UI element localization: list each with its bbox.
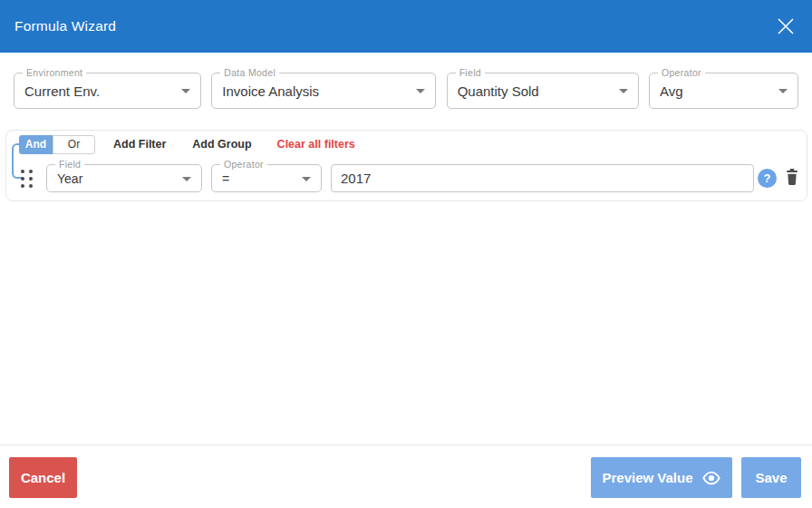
clear-all-filters-button[interactable]: Clear all filters <box>277 138 355 151</box>
trash-icon[interactable] <box>784 168 800 188</box>
chevron-down-icon <box>302 177 311 181</box>
operator-label: Operator <box>658 67 705 78</box>
save-button[interactable]: Save <box>741 457 801 498</box>
help-icon[interactable]: ? <box>758 169 777 188</box>
environment-label: Environment <box>23 67 86 78</box>
dialog-title: Formula Wizard <box>14 18 116 34</box>
field-select[interactable]: Field Quantity Sold <box>447 73 639 109</box>
chevron-down-icon <box>619 89 628 93</box>
chevron-down-icon <box>182 177 191 181</box>
trash-glyph <box>785 168 799 186</box>
preview-value-label: Preview Value <box>602 470 692 485</box>
filter-operator-label: Operator <box>220 159 267 170</box>
filter-builder: And Or Add Filter Add Group Clear all fi… <box>5 130 807 201</box>
formula-wizard-dialog: Formula Wizard Environment Current Env. … <box>0 0 812 508</box>
chevron-down-icon <box>416 89 425 93</box>
filter-field-value: Year <box>47 171 82 186</box>
cancel-button[interactable]: Cancel <box>9 457 77 498</box>
eye-icon <box>701 471 721 485</box>
filter-operator-select[interactable]: Operator = <box>211 164 322 192</box>
close-icon[interactable] <box>772 13 799 40</box>
field-label: Field <box>456 67 485 78</box>
filter-field-select[interactable]: Field Year <box>46 164 202 192</box>
filter-value-input[interactable] <box>331 164 754 192</box>
drag-handle-icon[interactable] <box>21 170 35 190</box>
operator-select[interactable]: Operator Avg <box>649 73 798 109</box>
chevron-down-icon <box>181 89 190 93</box>
logic-or-button[interactable]: Or <box>53 135 95 154</box>
add-filter-button[interactable]: Add Filter <box>113 138 166 151</box>
filter-operator-value: = <box>212 171 229 186</box>
add-group-button[interactable]: Add Group <box>192 138 251 151</box>
close-x-glyph <box>774 15 798 38</box>
filter-field-label: Field <box>55 159 84 170</box>
filter-toolbar: And Or Add Filter Add Group Clear all fi… <box>19 134 355 154</box>
data-model-label: Data Model <box>220 67 279 78</box>
logic-and-button[interactable]: And <box>19 135 53 154</box>
footer-divider <box>0 444 812 445</box>
formula-selectors: Environment Current Env. Data Model Invo… <box>14 73 798 109</box>
operator-value: Avg <box>650 83 683 99</box>
data-model-value: Invoice Analysis <box>212 83 319 99</box>
dialog-header: Formula Wizard <box>0 0 812 53</box>
environment-value: Current Env. <box>14 83 100 99</box>
field-value: Quantity Sold <box>448 83 539 99</box>
preview-value-button[interactable]: Preview Value <box>591 457 732 498</box>
chevron-down-icon <box>778 89 788 93</box>
data-model-select[interactable]: Data Model Invoice Analysis <box>211 73 436 109</box>
environment-select[interactable]: Environment Current Env. <box>14 73 201 109</box>
